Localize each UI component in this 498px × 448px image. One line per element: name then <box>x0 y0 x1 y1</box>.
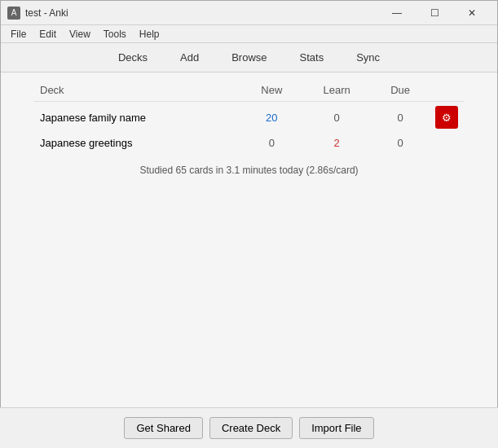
import-file-button[interactable]: Import File <box>299 417 373 439</box>
stats-text: Studied 65 cards in 3.1 minutes today (2… <box>33 165 465 176</box>
app-icon: A <box>7 7 20 20</box>
menu-edit[interactable]: Edit <box>33 27 63 42</box>
toolbar-add[interactable]: Add <box>170 48 209 67</box>
close-button[interactable]: ✕ <box>453 1 491 25</box>
deck-new-1: 20 <box>242 102 302 134</box>
toolbar-decks[interactable]: Decks <box>108 48 157 67</box>
col-new: New <box>242 79 302 102</box>
toolbar-sync[interactable]: Sync <box>346 48 390 67</box>
deck-row-2[interactable]: Japanese greetings 0 2 0 <box>33 133 465 153</box>
deck-row-1[interactable]: Japanese family name 20 0 0 ⚙ <box>33 102 465 134</box>
toolbar: Decks Add Browse Stats Sync <box>1 43 497 72</box>
toolbar-browse[interactable]: Browse <box>222 48 276 67</box>
deck-actions-1: ⚙ <box>429 102 465 134</box>
maximize-button[interactable]: ☐ <box>416 1 453 25</box>
minimize-button[interactable]: — <box>378 1 416 25</box>
content-area: Deck New Learn Due Japanese family name … <box>1 72 497 447</box>
deck-due-1: 0 <box>372 102 429 134</box>
col-due: Due <box>372 79 429 102</box>
col-deck: Deck <box>33 79 242 102</box>
deck-learn-2: 2 <box>302 133 372 153</box>
create-deck-button[interactable]: Create Deck <box>209 417 293 439</box>
gear-button-1[interactable]: ⚙ <box>435 106 458 129</box>
menu-tools[interactable]: Tools <box>97 27 133 42</box>
menu-file[interactable]: File <box>4 27 33 42</box>
deck-name-2: Japanese greetings <box>33 133 242 153</box>
menu-view[interactable]: View <box>63 27 97 42</box>
gear-icon: ⚙ <box>442 112 452 124</box>
footer: Get Shared Create Deck Import File <box>0 407 498 448</box>
deck-name-1: Japanese family name <box>33 102 242 134</box>
deck-table: Deck New Learn Due Japanese family name … <box>33 79 465 153</box>
deck-learn-1: 0 <box>302 102 372 134</box>
menu-help[interactable]: Help <box>133 27 166 42</box>
deck-new-2: 0 <box>242 133 302 153</box>
toolbar-stats[interactable]: Stats <box>290 48 334 67</box>
window-controls: — ☐ ✕ <box>378 1 491 25</box>
title-bar: A test - Anki — ☐ ✕ <box>1 1 497 25</box>
deck-due-2: 0 <box>372 133 429 153</box>
col-learn: Learn <box>302 79 372 102</box>
menu-bar: File Edit View Tools Help <box>1 25 497 43</box>
window-title: test - Anki <box>25 7 378 19</box>
deck-actions-2 <box>429 133 465 153</box>
get-shared-button[interactable]: Get Shared <box>124 417 203 439</box>
